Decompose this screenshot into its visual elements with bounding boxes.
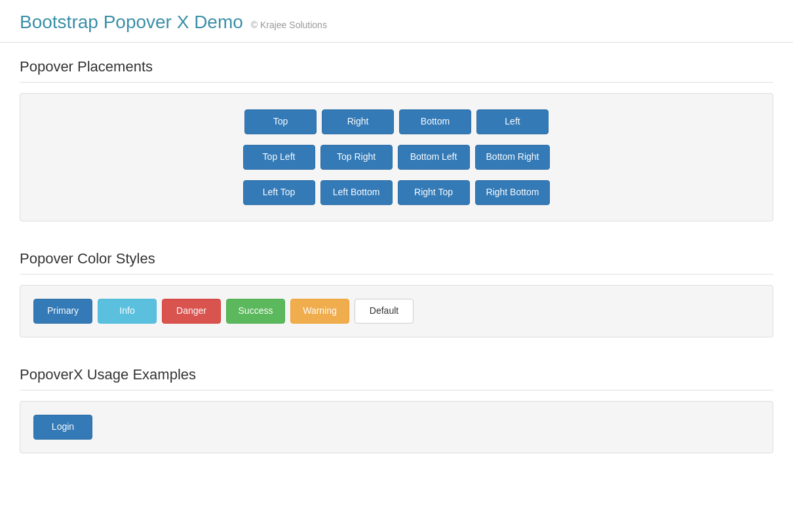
color-styles-title: Popover Color Styles	[20, 250, 773, 275]
placements-demo-box: Top Right Bottom Left Top Left Top Right…	[20, 93, 773, 221]
btn-color-success[interactable]: Success	[226, 299, 285, 324]
placements-section: Popover Placements Top Right Bottom Left…	[0, 43, 793, 221]
page-subtitle: © Krajee Solutions	[251, 20, 327, 30]
btn-left[interactable]: Left	[476, 109, 549, 134]
placements-title: Popover Placements	[20, 58, 773, 83]
btn-top[interactable]: Top	[244, 109, 317, 134]
btn-left-top[interactable]: Left Top	[243, 180, 315, 205]
placement-row-1: Top Right Bottom Left	[33, 109, 760, 134]
btn-left-bottom[interactable]: Left Bottom	[320, 180, 393, 205]
btn-top-left[interactable]: Top Left	[243, 145, 315, 170]
usage-demo-box: Login	[20, 401, 773, 453]
btn-bottom-left[interactable]: Bottom Left	[398, 145, 470, 170]
btn-right-top[interactable]: Right Top	[398, 180, 470, 205]
btn-color-danger[interactable]: Danger	[162, 299, 221, 324]
usage-title: PopoverX Usage Examples	[20, 366, 773, 390]
btn-bottom[interactable]: Bottom	[399, 109, 471, 134]
placement-row-2: Top Left Top Right Bottom Left Bottom Ri…	[33, 145, 760, 170]
page-title: Bootstrap Popover X Demo	[20, 12, 243, 32]
btn-bottom-right[interactable]: Bottom Right	[475, 145, 551, 170]
color-styles-section: Popover Color Styles Primary Info Danger…	[0, 235, 793, 337]
btn-color-info[interactable]: Info	[98, 299, 157, 324]
btn-top-right[interactable]: Top Right	[320, 145, 393, 170]
usage-section: PopoverX Usage Examples Login	[0, 351, 793, 453]
placement-row-3: Left Top Left Bottom Right Top Right Bot…	[33, 180, 760, 205]
btn-login[interactable]: Login	[33, 415, 92, 440]
btn-color-default[interactable]: Default	[355, 299, 414, 324]
btn-color-primary[interactable]: Primary	[33, 299, 92, 324]
btn-color-warning[interactable]: Warning	[290, 299, 349, 324]
btn-right-bottom[interactable]: Right Bottom	[475, 180, 551, 205]
color-styles-demo-box: Primary Info Danger Success Warning Defa…	[20, 285, 773, 337]
btn-right[interactable]: Right	[322, 109, 394, 134]
page-header: Bootstrap Popover X Demo © Krajee Soluti…	[0, 0, 793, 43]
